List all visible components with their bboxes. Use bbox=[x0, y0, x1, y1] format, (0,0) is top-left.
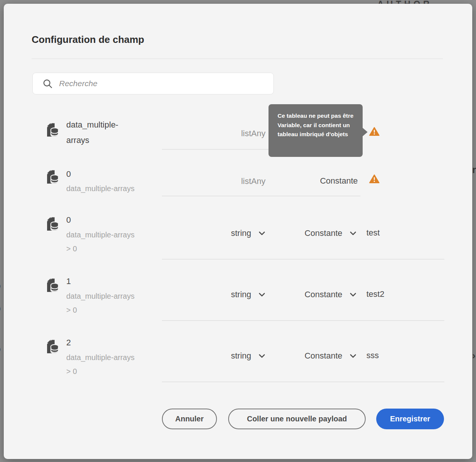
field-name: 0 bbox=[66, 166, 138, 182]
field-name: 0 bbox=[66, 212, 138, 228]
field-mode: Constante bbox=[320, 176, 358, 186]
array-field-icon bbox=[44, 216, 60, 232]
tooltip-arrow bbox=[362, 128, 368, 137]
backdrop-clipped-text: AUTHOR bbox=[377, 0, 445, 4]
cancel-button[interactable]: Annuler bbox=[162, 409, 217, 429]
field-type: listAny bbox=[241, 176, 265, 186]
type-dropdown-value: string bbox=[231, 228, 251, 238]
field-path: data_multiple-arrays bbox=[66, 184, 134, 193]
type-dropdown[interactable]: string bbox=[231, 290, 265, 299]
mode-dropdown-value: Constante bbox=[305, 228, 342, 238]
warning-icon[interactable] bbox=[369, 127, 380, 136]
mode-dropdown-value: Constante bbox=[305, 351, 342, 361]
dialog-title: Configuration de champ bbox=[32, 34, 144, 46]
warning-icon[interactable] bbox=[369, 174, 380, 184]
field-name: 1 bbox=[66, 274, 138, 289]
search-field[interactable] bbox=[32, 73, 274, 94]
backdrop-fragment: r bbox=[472, 164, 476, 176]
chevron-down-icon bbox=[259, 354, 265, 358]
array-field-icon bbox=[44, 122, 60, 138]
field-configuration-dialog: Configuration de champ data_multiple-arr… bbox=[4, 4, 472, 459]
field-path-index: > 0 bbox=[66, 245, 77, 253]
field-path: data_multiple-arrays bbox=[66, 353, 134, 362]
type-dropdown-value: string bbox=[231, 351, 251, 361]
search-icon bbox=[43, 79, 53, 89]
constant-value[interactable]: test2 bbox=[366, 289, 384, 299]
row-divider bbox=[162, 320, 444, 321]
mode-dropdown[interactable]: Constante bbox=[305, 351, 356, 361]
type-dropdown[interactable]: string bbox=[231, 228, 265, 238]
field-path-index: > 0 bbox=[66, 306, 77, 315]
constant-value[interactable]: test bbox=[366, 228, 380, 238]
array-field-icon bbox=[44, 339, 60, 355]
search-input[interactable] bbox=[59, 79, 268, 88]
warning-tooltip: Ce tableau ne peut pas être Variable, ca… bbox=[269, 104, 363, 157]
array-field-icon bbox=[44, 278, 60, 293]
chevron-down-icon bbox=[350, 293, 356, 297]
row-divider bbox=[162, 381, 444, 382]
chevron-down-icon bbox=[259, 231, 265, 236]
field-path: data_multiple-arrays bbox=[66, 231, 134, 239]
tooltip-text: Ce tableau ne peut pas être Variable, ca… bbox=[278, 112, 354, 137]
constant-value[interactable]: sss bbox=[366, 351, 379, 360]
backdrop-fragment: b bbox=[0, 302, 1, 314]
row-divider bbox=[162, 196, 360, 196]
backdrop-left-fragments: e o b o 5 bbox=[0, 0, 4, 462]
field-name: 2 bbox=[66, 335, 138, 350]
field-path: data_multiple-arrays bbox=[66, 292, 134, 301]
backdrop-fragment: o bbox=[0, 280, 1, 292]
row-divider bbox=[162, 259, 444, 260]
array-field-icon bbox=[44, 169, 60, 185]
field-path-index: > 0 bbox=[66, 367, 77, 376]
mode-dropdown[interactable]: Constante bbox=[305, 290, 356, 299]
backdrop-fragment: o bbox=[0, 343, 1, 355]
type-dropdown-value: string bbox=[231, 290, 251, 299]
field-name: data_multiple-arrays bbox=[66, 117, 138, 148]
title-divider bbox=[32, 58, 443, 59]
type-dropdown[interactable]: string bbox=[231, 351, 265, 361]
chevron-down-icon bbox=[259, 293, 265, 297]
mode-dropdown[interactable]: Constante bbox=[305, 228, 356, 238]
save-button[interactable]: Enregistrer bbox=[376, 409, 444, 429]
backdrop-fragment: › bbox=[472, 350, 476, 362]
chevron-down-icon bbox=[350, 354, 356, 358]
mode-dropdown-value: Constante bbox=[305, 290, 342, 299]
chevron-down-icon bbox=[350, 231, 356, 236]
field-type: listAny bbox=[241, 129, 265, 138]
paste-new-payload-button[interactable]: Coller une nouvelle payload bbox=[228, 409, 366, 429]
